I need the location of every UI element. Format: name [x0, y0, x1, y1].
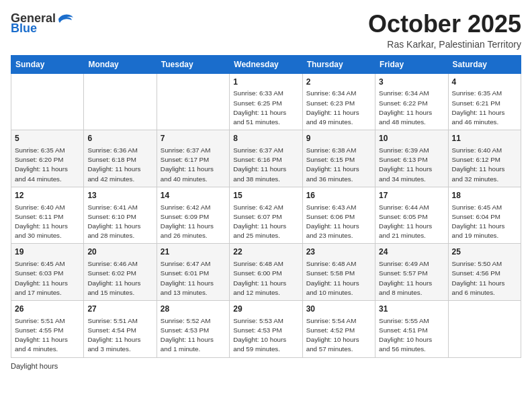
day-info: Sunrise: 6:33 AM Sunset: 6:25 PM Dayligh… — [233, 89, 298, 127]
day-info: Sunrise: 6:41 AM Sunset: 6:10 PM Dayligh… — [87, 203, 152, 241]
day-number: 21 — [161, 246, 226, 258]
calendar-cell: 15Sunrise: 6:42 AM Sunset: 6:07 PM Dayli… — [230, 187, 302, 244]
day-info: Sunrise: 6:34 AM Sunset: 6:22 PM Dayligh… — [379, 89, 444, 127]
calendar-cell: 9Sunrise: 6:38 AM Sunset: 6:15 PM Daylig… — [302, 130, 375, 187]
calendar-cell: 10Sunrise: 6:39 AM Sunset: 6:13 PM Dayli… — [375, 130, 448, 187]
calendar-cell: 17Sunrise: 6:44 AM Sunset: 6:05 PM Dayli… — [375, 187, 448, 244]
calendar-cell: 14Sunrise: 6:42 AM Sunset: 6:09 PM Dayli… — [157, 187, 229, 244]
calendar-cell: 13Sunrise: 6:41 AM Sunset: 6:10 PM Dayli… — [84, 187, 157, 244]
calendar-cell: 27Sunrise: 5:51 AM Sunset: 4:54 PM Dayli… — [84, 301, 157, 358]
calendar-cell — [157, 73, 229, 130]
day-info: Sunrise: 5:54 AM Sunset: 4:52 PM Dayligh… — [306, 316, 371, 355]
day-info: Sunrise: 5:51 AM Sunset: 4:54 PM Dayligh… — [87, 316, 152, 355]
day-number: 26 — [15, 304, 80, 315]
day-number: 19 — [15, 246, 80, 258]
calendar-week-row: 19Sunrise: 6:45 AM Sunset: 6:03 PM Dayli… — [11, 244, 521, 301]
day-info: Sunrise: 6:42 AM Sunset: 6:07 PM Dayligh… — [233, 203, 298, 241]
day-number: 14 — [161, 190, 226, 201]
day-info: Sunrise: 6:40 AM Sunset: 6:12 PM Dayligh… — [452, 146, 517, 184]
calendar-cell: 23Sunrise: 6:48 AM Sunset: 5:58 PM Dayli… — [302, 244, 375, 301]
day-number: 17 — [379, 190, 444, 201]
day-number: 10 — [379, 133, 444, 144]
day-info: Sunrise: 5:53 AM Sunset: 4:53 PM Dayligh… — [233, 316, 298, 355]
calendar-cell: 29Sunrise: 5:53 AM Sunset: 4:53 PM Dayli… — [230, 301, 302, 358]
header: General Blue October 2025 Ras Karkar, Pa… — [11, 11, 521, 50]
calendar-day-header: Sunday — [11, 55, 84, 73]
day-number: 25 — [452, 246, 517, 258]
calendar-cell: 22Sunrise: 6:48 AM Sunset: 6:00 PM Dayli… — [230, 244, 302, 301]
calendar-cell: 21Sunrise: 6:47 AM Sunset: 6:01 PM Dayli… — [157, 244, 229, 301]
day-info: Sunrise: 6:36 AM Sunset: 6:18 PM Dayligh… — [87, 146, 152, 184]
calendar-cell: 11Sunrise: 6:40 AM Sunset: 6:12 PM Dayli… — [448, 130, 521, 187]
calendar-day-header: Tuesday — [157, 55, 229, 73]
calendar-day-header: Wednesday — [230, 55, 302, 73]
calendar-cell — [11, 73, 84, 130]
day-info: Sunrise: 6:43 AM Sunset: 6:06 PM Dayligh… — [306, 203, 371, 241]
day-number: 15 — [233, 190, 298, 201]
day-number: 12 — [15, 190, 80, 201]
calendar-cell: 8Sunrise: 6:37 AM Sunset: 6:16 PM Daylig… — [230, 130, 302, 187]
calendar-cell: 6Sunrise: 6:36 AM Sunset: 6:18 PM Daylig… — [84, 130, 157, 187]
day-info: Sunrise: 6:34 AM Sunset: 6:23 PM Dayligh… — [306, 89, 371, 127]
day-number: 18 — [452, 190, 517, 201]
day-number: 29 — [233, 304, 298, 315]
day-info: Sunrise: 6:40 AM Sunset: 6:11 PM Dayligh… — [15, 203, 80, 241]
day-number: 31 — [379, 304, 444, 315]
calendar-week-row: 5Sunrise: 6:35 AM Sunset: 6:20 PM Daylig… — [11, 130, 521, 187]
day-number: 22 — [233, 246, 298, 258]
day-info: Sunrise: 6:35 AM Sunset: 6:20 PM Dayligh… — [15, 146, 80, 184]
day-number: 28 — [161, 304, 226, 315]
calendar-cell: 28Sunrise: 5:52 AM Sunset: 4:53 PM Dayli… — [157, 301, 229, 358]
day-info: Sunrise: 6:37 AM Sunset: 6:17 PM Dayligh… — [161, 146, 226, 184]
day-number: 16 — [306, 190, 371, 201]
calendar-cell: 19Sunrise: 6:45 AM Sunset: 6:03 PM Dayli… — [11, 244, 84, 301]
calendar-week-row: 1Sunrise: 6:33 AM Sunset: 6:25 PM Daylig… — [11, 73, 521, 130]
calendar-cell: 18Sunrise: 6:45 AM Sunset: 6:04 PM Dayli… — [448, 187, 521, 244]
day-number: 27 — [87, 304, 152, 315]
day-info: Sunrise: 6:47 AM Sunset: 6:01 PM Dayligh… — [161, 259, 226, 298]
day-info: Sunrise: 5:50 AM Sunset: 4:56 PM Dayligh… — [452, 259, 517, 298]
logo-bird-icon — [56, 11, 75, 26]
day-info: Sunrise: 6:48 AM Sunset: 6:00 PM Dayligh… — [233, 259, 298, 298]
logo: General Blue — [11, 11, 75, 36]
calendar-cell: 1Sunrise: 6:33 AM Sunset: 6:25 PM Daylig… — [230, 73, 302, 130]
day-info: Sunrise: 5:51 AM Sunset: 4:55 PM Dayligh… — [15, 316, 80, 355]
day-info: Sunrise: 6:37 AM Sunset: 6:16 PM Dayligh… — [233, 146, 298, 184]
day-number: 20 — [87, 246, 152, 258]
footer-note: Daylight hours — [11, 362, 521, 370]
day-info: Sunrise: 6:49 AM Sunset: 5:57 PM Dayligh… — [379, 259, 444, 298]
day-number: 11 — [452, 133, 517, 144]
day-info: Sunrise: 6:45 AM Sunset: 6:04 PM Dayligh… — [452, 203, 517, 241]
day-number: 5 — [15, 133, 80, 144]
calendar-header-row: SundayMondayTuesdayWednesdayThursdayFrid… — [11, 55, 521, 73]
logo-blue: Blue — [11, 21, 37, 36]
footer-daylight-label: Daylight hours — [11, 362, 58, 370]
month-title: October 2025 — [368, 11, 521, 38]
day-info: Sunrise: 5:55 AM Sunset: 4:51 PM Dayligh… — [379, 316, 444, 355]
day-info: Sunrise: 6:48 AM Sunset: 5:58 PM Dayligh… — [306, 259, 371, 298]
calendar-day-header: Monday — [84, 55, 157, 73]
day-number: 1 — [233, 77, 298, 88]
calendar-cell: 26Sunrise: 5:51 AM Sunset: 4:55 PM Dayli… — [11, 301, 84, 358]
title-area: October 2025 Ras Karkar, Palestinian Ter… — [368, 11, 521, 50]
day-info: Sunrise: 6:46 AM Sunset: 6:02 PM Dayligh… — [87, 259, 152, 298]
calendar-cell: 4Sunrise: 6:35 AM Sunset: 6:21 PM Daylig… — [448, 73, 521, 130]
day-info: Sunrise: 6:35 AM Sunset: 6:21 PM Dayligh… — [452, 89, 517, 127]
day-number: 9 — [306, 133, 371, 144]
calendar-cell: 20Sunrise: 6:46 AM Sunset: 6:02 PM Dayli… — [84, 244, 157, 301]
calendar-table: SundayMondayTuesdayWednesdayThursdayFrid… — [11, 55, 521, 358]
calendar-week-row: 12Sunrise: 6:40 AM Sunset: 6:11 PM Dayli… — [11, 187, 521, 244]
day-number: 3 — [379, 77, 444, 88]
day-info: Sunrise: 6:39 AM Sunset: 6:13 PM Dayligh… — [379, 146, 444, 184]
calendar-week-row: 26Sunrise: 5:51 AM Sunset: 4:55 PM Dayli… — [11, 301, 521, 358]
day-number: 24 — [379, 246, 444, 258]
day-info: Sunrise: 6:38 AM Sunset: 6:15 PM Dayligh… — [306, 146, 371, 184]
calendar-day-header: Thursday — [302, 55, 375, 73]
calendar-cell: 31Sunrise: 5:55 AM Sunset: 4:51 PM Dayli… — [375, 301, 448, 358]
day-info: Sunrise: 5:52 AM Sunset: 4:53 PM Dayligh… — [161, 316, 226, 355]
calendar-day-header: Saturday — [448, 55, 521, 73]
calendar-day-header: Friday — [375, 55, 448, 73]
day-number: 2 — [306, 77, 371, 88]
calendar-cell: 5Sunrise: 6:35 AM Sunset: 6:20 PM Daylig… — [11, 130, 84, 187]
day-info: Sunrise: 6:45 AM Sunset: 6:03 PM Dayligh… — [15, 259, 80, 298]
